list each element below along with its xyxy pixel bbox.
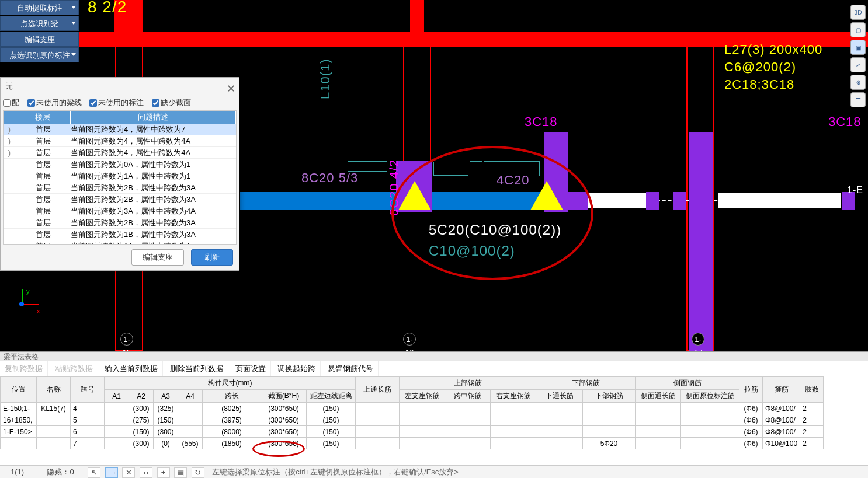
cad-text: L10(1) bbox=[318, 58, 333, 99]
tool-delete-col[interactable]: 删除当前列数据 bbox=[165, 361, 228, 376]
issue-row[interactable]: )首层当前图元跨数为4，属性中跨数为7 bbox=[4, 124, 236, 135]
panel-title: 元 ✕ bbox=[1, 78, 239, 95]
table-row[interactable]: 1-E-150>6(150)(300)(8000)(300*650)(150)(… bbox=[1, 426, 824, 438]
cad-text: 3C18 bbox=[828, 114, 862, 130]
view-expand-icon[interactable]: ⤢ bbox=[850, 57, 866, 72]
column bbox=[689, 132, 713, 351]
chk-unused-label[interactable]: 未使用的标注 bbox=[89, 98, 144, 107]
view-top-icon[interactable]: ▢ bbox=[850, 22, 866, 37]
tool-input-col[interactable]: 输入当前列数据 bbox=[100, 361, 163, 376]
grid-bubble: 1-17 bbox=[692, 333, 704, 346]
grid-bubble: 1-15 bbox=[120, 333, 133, 346]
tool-swap-start[interactable]: 调换起始跨 bbox=[273, 361, 321, 376]
issue-row[interactable]: 首层当前图元跨数为2B，属性中跨数为3A bbox=[4, 182, 236, 194]
panel-filters: 配 未使用的梁线 未使用的标注 缺少截面 bbox=[1, 95, 239, 110]
cad-text: 8C20 5/3 bbox=[301, 170, 358, 186]
btn-refresh[interactable]: 刷新 bbox=[191, 249, 233, 266]
cad-text: 2C18;3C18 bbox=[724, 77, 794, 92]
close-icon[interactable]: ✕ bbox=[227, 80, 235, 97]
issue-row[interactable]: )首层当前图元跨数为4，属性中跨数为4A bbox=[4, 147, 236, 159]
beam-vert bbox=[410, 0, 424, 33]
tool-paste-span[interactable]: 粘贴跨数据 bbox=[50, 361, 98, 376]
tool-cantilever[interactable]: 悬臂钢筋代号 bbox=[323, 361, 379, 376]
cad-text: 3C18 bbox=[525, 114, 558, 130]
issue-row[interactable]: 首层当前图元跨数为2B，属性中跨数为3A bbox=[4, 194, 236, 205]
btn-origin-label[interactable]: 点选识别原位标注 bbox=[0, 47, 79, 62]
issue-row[interactable]: 首层当前图元跨数为0A，属性中跨数为1 bbox=[4, 159, 236, 170]
list-header: 楼层 问题描述 bbox=[4, 111, 236, 124]
table-row[interactable]: E-150;1-KL15(7)4(300)(325)(8025)(300*650… bbox=[1, 403, 824, 414]
sicon-box[interactable]: ▭ bbox=[105, 467, 118, 478]
sicon-refresh[interactable]: ↻ bbox=[192, 467, 204, 478]
bottom-title: 梁平法表格 bbox=[0, 352, 868, 361]
status-bar: 1(1) 隐藏：0 ↖ ▭ ✕ ‹› + ▤ ↻ 左键选择梁原位标注（按ctrl… bbox=[0, 465, 868, 478]
sicon-x[interactable]: ✕ bbox=[122, 467, 135, 478]
table-row[interactable]: 7(300)(0)(555)(1850)(300*650)(150)5Φ20(Φ… bbox=[1, 438, 824, 449]
cad-text: 8 2/2 bbox=[88, 0, 127, 16]
view-front-icon[interactable]: ▣ bbox=[850, 40, 866, 55]
sicon-plus[interactable]: + bbox=[157, 467, 170, 478]
grid-bubble: 1-16 bbox=[403, 333, 416, 346]
issue-row[interactable]: )首层当前图元跨数为4，属性中跨数为4A bbox=[4, 135, 236, 147]
cad-text: C6@200(2) bbox=[724, 60, 796, 75]
tool-copy-span[interactable]: 复制跨数据 bbox=[0, 361, 48, 376]
issue-row[interactable]: 首层当前图元跨数为1A，属性中跨数为1 bbox=[4, 170, 236, 182]
chk-unused-beamline[interactable]: 未使用的梁线 bbox=[27, 98, 82, 107]
status-hint: 左键选择梁原位标注（按ctrl+左键切换原位标注框），右键确认/Esc放弃> bbox=[212, 467, 459, 476]
data-table-wrap[interactable]: 位置 名称 跨号 构件尺寸(mm) 上通长筋 上部钢筋 下部钢筋 侧面钢筋 拉筋… bbox=[0, 376, 868, 453]
tool-page-setup[interactable]: 页面设置 bbox=[231, 361, 271, 376]
data-table: 位置 名称 跨号 构件尺寸(mm) 上通长筋 上部钢筋 下部钢筋 侧面钢筋 拉筋… bbox=[0, 376, 824, 449]
table-row[interactable]: 16+1850,5(275)(150)(3975)(300*650)(150)(… bbox=[1, 414, 824, 426]
issue-row[interactable]: 首层当前图元跨数为2B，属性中跨数为3A bbox=[4, 217, 236, 229]
view-strip: 3D ▢ ▣ ⤢ ⚙ ☰ bbox=[850, 5, 867, 110]
btn-edit-support[interactable]: 编辑支座 bbox=[0, 32, 79, 47]
btn-edit-support-panel[interactable]: 编辑支座 bbox=[131, 249, 184, 266]
issue-row[interactable]: 首层当前图元跨数为3A，属性中跨数为4A bbox=[4, 205, 236, 217]
cad-text: 1-E bbox=[847, 185, 863, 196]
left-toolbar: 自动提取标注 点选识别梁 编辑支座 点选识别原位标注 bbox=[0, 0, 79, 63]
view-3d-icon[interactable]: 3D bbox=[850, 5, 866, 20]
issues-panel: 元 ✕ 配 未使用的梁线 未使用的标注 缺少截面 楼层 问题描述 )首层当前图元… bbox=[0, 77, 239, 271]
col-seg bbox=[673, 192, 686, 210]
issue-row[interactable]: 首层当前图元跨数为1B，属性中跨数为3A bbox=[4, 229, 236, 240]
bottom-tools: 复制跨数据 粘贴跨数据 输入当前列数据 删除当前列数据 页面设置 调换起始跨 悬… bbox=[0, 361, 868, 376]
col-seg bbox=[646, 192, 659, 210]
annotation-circle-table bbox=[252, 441, 305, 457]
issue-row[interactable]: 首层当前图元跨数为1A，属性中跨数为1 bbox=[4, 240, 236, 245]
chk-missing-section[interactable]: 缺少截面 bbox=[152, 98, 191, 107]
issue-list[interactable]: 楼层 问题描述 )首层当前图元跨数为4，属性中跨数为7)首层当前图元跨数为4，属… bbox=[3, 110, 237, 245]
chk-alloc[interactable]: 配 bbox=[3, 98, 19, 107]
annotation-circle bbox=[391, 146, 593, 280]
sicon-cursor[interactable]: ↖ bbox=[88, 467, 100, 478]
status-hidden: 隐藏：0 bbox=[36, 466, 84, 478]
btn-auto-extract[interactable]: 自动提取标注 bbox=[0, 0, 79, 15]
view-list-icon[interactable]: ☰ bbox=[850, 92, 866, 107]
cad-text: L27(3) 200x400 bbox=[724, 42, 822, 57]
axis-gizmo: yx bbox=[9, 289, 41, 321]
view-settings-icon[interactable]: ⚙ bbox=[850, 75, 866, 90]
btn-point-recognize[interactable]: 点选识别梁 bbox=[0, 16, 79, 31]
beam-table-panel: 梁平法表格 复制跨数据 粘贴跨数据 输入当前列数据 删除当前列数据 页面设置 调… bbox=[0, 351, 868, 478]
status-count: 1(1) bbox=[0, 466, 34, 478]
sicon-doc[interactable]: ▤ bbox=[174, 467, 187, 478]
beam-white bbox=[718, 193, 841, 208]
sicon-chev[interactable]: ‹› bbox=[140, 467, 152, 478]
